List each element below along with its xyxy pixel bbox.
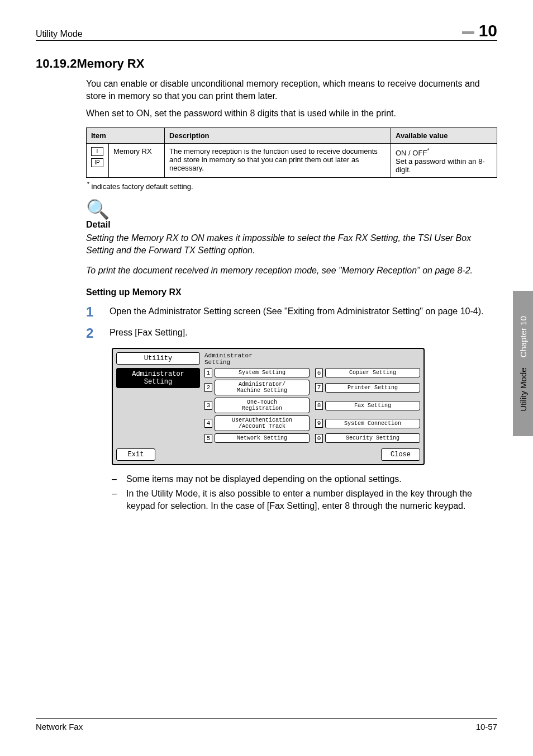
side-text-chapter: Chapter 10: [518, 316, 528, 357]
detail-line-1: Setting the Memory RX to ON makes it imp…: [86, 232, 497, 256]
internet-icon: I: [91, 147, 103, 156]
detail-line-2: To print the document received in memory…: [86, 264, 497, 277]
panel-btn-system-setting[interactable]: System Setting: [215, 368, 310, 377]
panel-btn-copier-setting[interactable]: Copier Setting: [325, 368, 420, 377]
panel-tab-utility[interactable]: Utility: [116, 352, 200, 365]
header-chapter: 10: [462, 22, 497, 39]
footnote-text: indicates factory default setting.: [89, 182, 193, 191]
footnote: * indicates factory default setting.: [87, 181, 497, 191]
footnote-marker-inline: *: [427, 147, 429, 154]
footer-left: Network Fax: [36, 722, 83, 731]
parameter-table: Item Description Available value I IP Me…: [86, 127, 497, 178]
section-heading: 10.19.2Memory RX: [36, 56, 497, 71]
note-1: Some items may not be displayed dependin…: [126, 473, 402, 485]
step-1-number: 1: [86, 305, 97, 319]
panel-btn-security-setting[interactable]: Security Setting: [325, 433, 420, 443]
cell-item: Memory RX: [109, 143, 165, 177]
intro-paragraph-1: You can enable or disable unconditional …: [86, 78, 497, 102]
panel-btn-printer-setting[interactable]: Printer Setting: [325, 383, 420, 393]
panel-num-4: 4: [204, 419, 212, 428]
panel-btn-fax-setting[interactable]: Fax Setting: [325, 401, 420, 410]
ip-icon: IP: [91, 158, 103, 167]
side-tab: Utility Mode Chapter 10: [513, 291, 533, 436]
note-2: In the Utility Mode, it is also possible…: [126, 488, 497, 512]
footer-right: 10-57: [476, 722, 497, 731]
intro-paragraph-2: When set to ON, set the password within …: [86, 107, 497, 120]
header-title: Utility Mode: [36, 29, 83, 39]
cell-description: The memory reception is the function use…: [165, 143, 391, 177]
panel-num-5: 5: [204, 434, 212, 443]
setup-subhead: Setting up Memory RX: [86, 287, 497, 297]
value-line2: Set a password within an 8-digit.: [396, 157, 485, 174]
cell-value: ON / OFF* Set a password within an 8-dig…: [391, 143, 497, 177]
panel-num-6: 6: [315, 368, 323, 377]
table-row: I IP Memory RX The memory reception is t…: [87, 143, 497, 177]
value-line1: ON / OFF: [396, 149, 427, 157]
panel-btn-one-touch[interactable]: One-Touch Registration: [215, 398, 310, 413]
note-dash-icon: –: [112, 473, 118, 485]
panel-btn-admin-machine[interactable]: Administrator/ Machine Setting: [215, 380, 310, 395]
step-2-number: 2: [86, 327, 97, 340]
panel-tab-admin-setting[interactable]: Administrator Setting: [116, 368, 200, 388]
panel-num-2: 2: [204, 383, 212, 392]
chapter-number: 10: [479, 22, 497, 39]
panel-num-9: 9: [315, 419, 323, 428]
step-2-text: Press [Fax Setting].: [110, 327, 188, 340]
utility-panel: Utility Administrator Setting Exit Admin…: [112, 348, 425, 465]
panel-num-0: 0: [315, 434, 323, 443]
panel-btn-user-auth[interactable]: UserAuthentication /Account Track: [215, 415, 310, 431]
chapter-dash-icon: [462, 31, 474, 34]
panel-close-button[interactable]: Close: [381, 448, 420, 461]
panel-num-3: 3: [204, 401, 212, 410]
side-text-utility-mode: Utility Mode: [518, 367, 528, 411]
th-item: Item: [87, 127, 165, 143]
panel-btn-network-setting[interactable]: Network Setting: [215, 433, 310, 443]
panel-num-8: 8: [315, 401, 323, 410]
th-description: Description: [165, 127, 391, 143]
panel-btn-system-connection[interactable]: System Connection: [325, 419, 420, 428]
panel-num-7: 7: [315, 383, 323, 392]
detail-label: Detail: [86, 220, 497, 230]
note-dash-icon: –: [112, 488, 118, 512]
step-1-text: Open the Administrator Setting screen (S…: [110, 305, 483, 319]
th-value: Available value: [391, 127, 497, 143]
panel-exit-button[interactable]: Exit: [116, 448, 155, 461]
panel-title: AdministratorSetting: [204, 352, 420, 366]
panel-num-1: 1: [204, 368, 212, 377]
magnify-icon: 🔍: [86, 200, 497, 219]
